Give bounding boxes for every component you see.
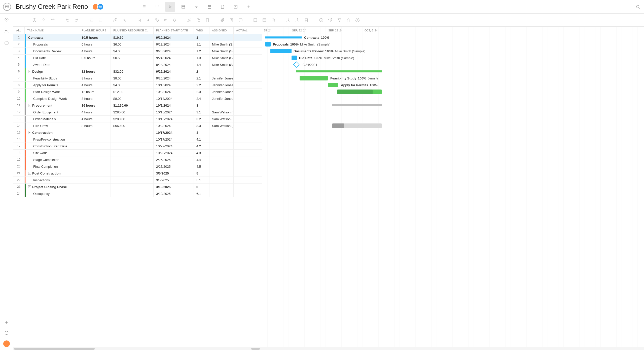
indent-icon[interactable] xyxy=(97,16,104,24)
hours-cell[interactable] xyxy=(79,156,111,163)
hours-cell[interactable]: 6 hours xyxy=(79,41,111,48)
cost-cell[interactable] xyxy=(111,150,154,156)
cost-cell[interactable] xyxy=(111,190,154,197)
hours-cell[interactable] xyxy=(79,143,111,149)
assigned-cell[interactable]: Mike Smith (Sa xyxy=(209,41,234,48)
hours-cell[interactable] xyxy=(79,177,111,183)
cost-cell[interactable] xyxy=(111,136,154,143)
cost-cell[interactable] xyxy=(111,61,154,68)
view-calendar[interactable] xyxy=(204,2,214,12)
cost-cell[interactable] xyxy=(111,129,154,136)
collapse-icon[interactable]: − xyxy=(28,70,31,73)
task-cell[interactable]: Stage Completion xyxy=(25,156,79,163)
task-cell[interactable]: Construction Start Date xyxy=(25,143,79,149)
gantt-task-bar[interactable] xyxy=(265,42,271,47)
assigned-cell[interactable]: Jennifer Jones xyxy=(209,75,234,81)
cost-cell[interactable] xyxy=(111,184,154,190)
view-add[interactable] xyxy=(244,2,254,12)
cost-cell[interactable]: $280.00 xyxy=(111,116,154,122)
gantt-summary-bar[interactable] xyxy=(265,36,302,38)
wbs-cell[interactable]: 4.4 xyxy=(194,156,209,163)
assigned-cell[interactable]: Mike Smith (Sa xyxy=(209,48,234,54)
info-icon[interactable] xyxy=(317,16,325,24)
lock-icon[interactable] xyxy=(345,16,352,24)
start-cell[interactable]: 9/24/2024 xyxy=(154,61,194,68)
actual-cell[interactable] xyxy=(234,116,249,122)
hours-cell[interactable] xyxy=(79,184,111,190)
cost-cell[interactable] xyxy=(111,163,154,170)
actual-cell[interactable] xyxy=(234,61,249,68)
copy-icon[interactable] xyxy=(195,16,202,24)
task-row[interactable]: 14Hire Crew8 hours$560.0010/2/20243.3Sam… xyxy=(13,122,262,129)
actual-cell[interactable] xyxy=(234,75,249,81)
start-cell[interactable]: 10/16/2024 xyxy=(154,116,194,122)
task-cell[interactable]: Prep/Pre-construction xyxy=(25,136,79,143)
col-header-start[interactable]: PLANNED START DATE xyxy=(154,27,194,34)
start-cell[interactable]: 9/20/2024 xyxy=(154,48,194,54)
cost-cell[interactable] xyxy=(111,170,154,177)
task-cell[interactable]: −Design xyxy=(25,68,79,75)
start-cell[interactable]: 10/3/2024 xyxy=(154,89,194,95)
cost-cell[interactable]: $0.50 xyxy=(111,55,154,61)
cost-cell[interactable]: $4.00 xyxy=(111,48,154,54)
cost-cell[interactable]: $10.50 xyxy=(111,34,154,41)
gantt-summary-bar[interactable] xyxy=(332,104,382,106)
view-board[interactable] xyxy=(152,2,162,12)
task-cell[interactable]: Bid Date xyxy=(25,55,79,61)
start-cell[interactable]: 3/10/2025 xyxy=(154,190,194,197)
wbs-cell[interactable]: 4.5 xyxy=(194,163,209,170)
wbs-cell[interactable]: 6 xyxy=(194,184,209,190)
scrollbar-thumb-left[interactable] xyxy=(14,348,95,350)
task-row[interactable]: 5Award Date9/24/20241.4Mike Smith (Sa xyxy=(13,61,262,68)
start-cell[interactable]: 9/24/2024 xyxy=(154,55,194,61)
actual-cell[interactable] xyxy=(234,163,249,170)
assigned-cell[interactable] xyxy=(209,136,234,143)
view-sheet[interactable] xyxy=(178,2,188,12)
diamond-icon[interactable] xyxy=(171,16,178,24)
cost-cell[interactable]: $32.00 xyxy=(111,68,154,75)
cost-cell[interactable] xyxy=(111,156,154,163)
redo-arrow-icon[interactable] xyxy=(49,16,56,24)
assigned-cell[interactable] xyxy=(209,143,234,149)
task-cell[interactable]: −Construction xyxy=(25,129,79,136)
cost-cell[interactable]: $8.00 xyxy=(111,75,154,81)
start-cell[interactable]: 10/17/2024 xyxy=(154,136,194,143)
scrollbar-thumb-right[interactable] xyxy=(251,348,260,350)
gantt-milestone[interactable] xyxy=(293,61,299,68)
undo-icon[interactable] xyxy=(64,16,71,24)
start-cell[interactable]: 9/25/2024 xyxy=(154,75,194,81)
start-cell[interactable]: 9/25/2024 xyxy=(154,68,194,75)
assigned-cell[interactable]: Sam Watson (S xyxy=(209,116,234,122)
task-row[interactable]: 20Final Completion2/27/20254.5 xyxy=(13,163,262,170)
wbs-cell[interactable]: 2 xyxy=(194,68,209,75)
assigned-cell[interactable]: Jennifer Jones xyxy=(209,82,234,88)
search-icon[interactable] xyxy=(635,4,641,10)
start-cell[interactable]: 10/15/2024 xyxy=(154,109,194,115)
view-file[interactable] xyxy=(218,2,228,12)
export-icon[interactable] xyxy=(294,16,301,24)
help-icon[interactable] xyxy=(4,330,10,336)
hours-cell[interactable] xyxy=(79,129,111,136)
task-row[interactable]: 21−Post Construction3/5/20255 xyxy=(13,170,262,177)
assigned-cell[interactable] xyxy=(209,163,234,170)
task-cell[interactable]: Final Completion xyxy=(25,163,79,170)
start-cell[interactable]: 3/5/2025 xyxy=(154,177,194,183)
cost-cell[interactable]: $4.00 xyxy=(111,82,154,88)
hours-cell[interactable] xyxy=(79,190,111,197)
actual-cell[interactable] xyxy=(234,184,249,190)
wbs-cell[interactable]: 1.4 xyxy=(194,61,209,68)
unlink-icon[interactable] xyxy=(121,16,128,24)
cost-cell[interactable]: $560.00 xyxy=(111,122,154,129)
task-row[interactable]: 1Contracts10.5 hours$10.509/19/20241 xyxy=(13,34,262,41)
task-cell[interactable]: Proposals xyxy=(25,41,79,48)
task-cell[interactable]: Contracts xyxy=(25,34,79,41)
wbs-cell[interactable]: 2.4 xyxy=(194,95,209,102)
wbs-cell[interactable]: 5 xyxy=(194,170,209,177)
assigned-cell[interactable] xyxy=(209,150,234,156)
view-activity[interactable] xyxy=(191,2,201,12)
actual-cell[interactable] xyxy=(234,177,249,183)
actual-cell[interactable] xyxy=(234,102,249,109)
horizontal-scrollbar[interactable] xyxy=(13,347,644,350)
gantt-task-bar[interactable] xyxy=(270,49,292,53)
start-cell[interactable]: 3/5/2025 xyxy=(154,170,194,177)
